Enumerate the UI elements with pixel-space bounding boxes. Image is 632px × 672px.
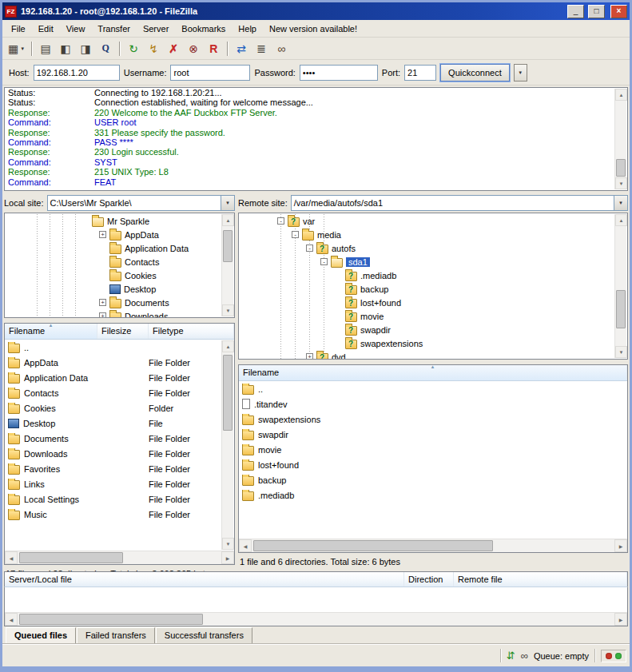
queue-toggle-icon[interactable]: Q: [96, 39, 115, 58]
quickconnect-dropdown-icon[interactable]: ▼: [514, 64, 527, 82]
scroll-right-icon[interactable]: ▶: [614, 613, 627, 626]
file-row-music[interactable]: MusicFile Folder: [5, 507, 234, 522]
scrollbar-thumb[interactable]: [223, 355, 233, 431]
remote-tree-toggle-icon[interactable]: ◨: [76, 39, 95, 58]
file-row-links[interactable]: LinksFile Folder: [5, 476, 234, 491]
expand-icon[interactable]: +: [306, 353, 313, 359]
tree-item-mr-sparkle[interactable]: Mr Sparkle: [5, 214, 221, 228]
scroll-up-icon[interactable]: ▲: [615, 214, 627, 226]
scroll-right-icon[interactable]: ▶: [614, 539, 627, 552]
tree-item-sda1[interactable]: -sda1: [239, 255, 614, 268]
port-input[interactable]: [404, 65, 436, 81]
remote-tree-vertical-scrollbar[interactable]: ▲ ▼: [614, 214, 626, 358]
tree-item-var[interactable]: -var: [239, 214, 614, 228]
menu-bookmarks[interactable]: Bookmarks: [176, 22, 231, 36]
tree-item-backup[interactable]: backup: [239, 282, 614, 296]
collapse-icon[interactable]: -: [292, 231, 299, 238]
tree-item-cookies[interactable]: Cookies: [5, 268, 221, 282]
scroll-down-icon[interactable]: ▼: [222, 538, 234, 550]
file-row-movie[interactable]: movie: [239, 442, 627, 457]
collapse-icon[interactable]: -: [306, 245, 313, 252]
file-row-documents[interactable]: DocumentsFile Folder: [5, 431, 234, 446]
scrollbar-thumb[interactable]: [616, 159, 626, 177]
expand-icon[interactable]: +: [99, 231, 106, 238]
scroll-left-icon[interactable]: ◀: [239, 539, 252, 552]
close-button[interactable]: ×: [610, 5, 627, 18]
filter-icon[interactable]: ∞: [521, 650, 528, 661]
file-row-backup[interactable]: backup: [239, 472, 627, 487]
file-row-desktop[interactable]: DesktopFile: [5, 416, 234, 431]
tree-item-mediadb[interactable]: .mediadb: [239, 268, 614, 282]
refresh-icon[interactable]: ↻: [124, 39, 143, 58]
queue-horizontal-scrollbar[interactable]: ◀ ▶: [5, 612, 627, 626]
collapse-icon[interactable]: -: [320, 258, 328, 265]
combo-dropdown-icon[interactable]: ▼: [221, 196, 234, 210]
file-row-mediadb[interactable]: .mediadb: [239, 487, 627, 503]
scrollbar-thumb[interactable]: [19, 614, 203, 625]
file-row-cookies[interactable]: CookiesFolder: [5, 400, 234, 416]
tree-item-swapextensions[interactable]: swapextensions: [239, 336, 614, 350]
collapse-icon[interactable]: -: [277, 217, 284, 225]
reconnect-icon[interactable]: R: [204, 39, 223, 58]
scrollbar-thumb[interactable]: [19, 552, 123, 563]
scroll-up-icon[interactable]: ▲: [222, 340, 234, 352]
scroll-left-icon[interactable]: ◀: [5, 551, 18, 564]
tree-item-autofs[interactable]: -autofs: [239, 241, 614, 255]
scrollbar-thumb[interactable]: [616, 290, 626, 328]
tree-item-appdata[interactable]: +AppData: [5, 228, 221, 241]
menu-file[interactable]: File: [6, 22, 31, 36]
column-header-server-local-file[interactable]: Server/Local file: [5, 572, 404, 587]
column-header-filesize[interactable]: Filesize: [97, 324, 149, 339]
tree-item-application-data[interactable]: Application Data: [5, 241, 221, 255]
menu-view[interactable]: View: [61, 22, 91, 36]
scroll-up-icon[interactable]: ▲: [222, 214, 234, 226]
tab-failed-transfers[interactable]: Failed transfers: [77, 627, 155, 644]
message-log-toggle-icon[interactable]: ▤: [36, 39, 55, 58]
remote-list-horizontal-scrollbar[interactable]: ◀ ▶: [239, 539, 627, 552]
scroll-right-icon[interactable]: ▶: [221, 551, 234, 564]
title-bar[interactable]: FZ 192.168.1.20 - root@192.168.1.20 - Fi…: [2, 2, 630, 20]
local-site-combo[interactable]: C:\Users\Mr Sparkle\ ▼: [47, 195, 235, 211]
file-row-lost-found[interactable]: lost+found: [239, 457, 627, 472]
tree-item-downloads[interactable]: +Downloads: [5, 309, 221, 317]
minimize-button[interactable]: _: [567, 5, 584, 18]
process-queue-icon[interactable]: ↯: [144, 39, 163, 58]
host-input[interactable]: [34, 65, 120, 81]
combo-dropdown-icon[interactable]: ▼: [614, 196, 627, 210]
scroll-up-icon[interactable]: ▲: [615, 89, 627, 101]
tree-item-media[interactable]: -media: [239, 228, 614, 241]
expand-icon[interactable]: +: [99, 299, 106, 306]
scroll-down-icon[interactable]: ▼: [615, 346, 627, 358]
column-header-filetype[interactable]: Filetype: [149, 324, 234, 339]
file-row-downloads[interactable]: DownloadsFile Folder: [5, 446, 234, 461]
menu-server[interactable]: Server: [137, 22, 174, 36]
file-row-appdata[interactable]: AppDataFile Folder: [5, 355, 234, 370]
column-header-filename[interactable]: ▲Filename: [5, 324, 97, 339]
scroll-down-icon[interactable]: ▼: [615, 177, 627, 189]
synchronized-browsing-icon[interactable]: ⇄: [232, 39, 251, 58]
expand-icon[interactable]: +: [99, 312, 106, 317]
scrollbar-thumb[interactable]: [253, 540, 493, 551]
scrollbar-thumb[interactable]: [223, 230, 233, 262]
maximize-button[interactable]: □: [588, 5, 605, 18]
menu-transfer[interactable]: Transfer: [92, 22, 136, 36]
file-row-parent[interactable]: ..: [5, 340, 234, 355]
disconnect-icon[interactable]: ⊗: [184, 39, 203, 58]
tab-queued-files[interactable]: Queued files: [6, 627, 76, 644]
column-header-direction[interactable]: Direction: [404, 572, 454, 587]
menu-new-version[interactable]: New version available!: [264, 22, 363, 36]
file-row-contacts[interactable]: ContactsFile Folder: [5, 385, 234, 400]
file-row-local-settings[interactable]: Local SettingsFile Folder: [5, 491, 234, 507]
remote-site-combo[interactable]: /var/media/autofs/sda1 ▼: [291, 195, 628, 211]
site-manager-dropdown-icon[interactable]: ▼: [20, 46, 25, 51]
local-tree-toggle-icon[interactable]: ◧: [56, 39, 75, 58]
tab-successful-transfers[interactable]: Successful transfers: [156, 627, 252, 644]
tree-item-documents[interactable]: +Documents: [5, 296, 221, 309]
column-header-remote-file[interactable]: Remote file: [454, 572, 627, 587]
file-row-application-data[interactable]: Application DataFile Folder: [5, 370, 234, 385]
file-row-titandev[interactable]: .titandev: [239, 396, 627, 412]
tree-item-contacts[interactable]: Contacts: [5, 255, 221, 268]
local-tree-vertical-scrollbar[interactable]: ▲ ▼: [221, 214, 233, 316]
tree-item-movie[interactable]: movie: [239, 309, 614, 323]
local-list-vertical-scrollbar[interactable]: ▲ ▼: [221, 340, 233, 550]
